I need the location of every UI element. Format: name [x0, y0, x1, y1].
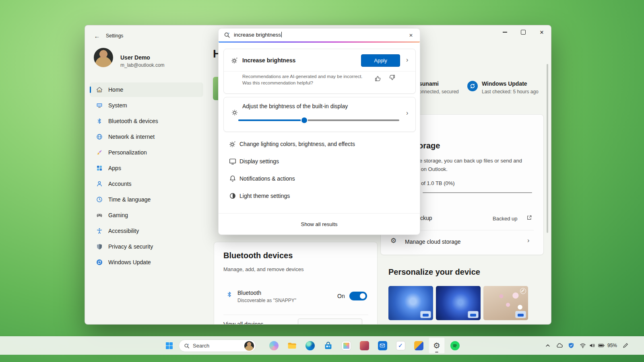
network-volume-battery-group[interactable]: 95% — [580, 342, 617, 349]
cloud-storage-heading: orage — [418, 141, 440, 150]
settings-gear-icon: ⚙ — [432, 341, 442, 350]
show-all-results-button[interactable]: Show all results — [219, 213, 420, 234]
search-result-display-settings[interactable]: Display settings — [219, 153, 420, 170]
sidebar-item-personalization[interactable]: Personalization — [90, 145, 203, 160]
pinned-app-button[interactable] — [411, 337, 427, 354]
close-button[interactable]: ✕ — [533, 25, 551, 39]
sidebar-item-system[interactable]: System — [90, 98, 203, 113]
sidebar-item-network-internet[interactable]: Network & internet — [90, 130, 203, 144]
window-title: Settings — [106, 33, 123, 39]
photos-app-button[interactable] — [338, 337, 354, 354]
onedrive-cloud-icon[interactable] — [556, 342, 563, 349]
personalize-heading: Personalize your device — [388, 267, 480, 277]
user-name: User Demo — [120, 54, 150, 61]
store-icon — [324, 341, 333, 350]
desktop: ← Settings ✕ User Demo m_lab@outlook.com… — [0, 0, 644, 362]
home-icon — [96, 86, 103, 93]
sidebar-item-time-language[interactable]: Time & language — [90, 192, 203, 207]
theme-thumbnail-1[interactable] — [388, 286, 433, 320]
sidebar-item-accessibility[interactable]: Accessibility — [90, 224, 203, 238]
spotify-app-button[interactable] — [447, 337, 463, 354]
bluetooth-toggle[interactable] — [349, 292, 367, 300]
taskbar-search-avatar — [244, 341, 254, 351]
windows-update-title: Windows Update — [482, 80, 527, 87]
pinned-apps: ✓ ⚙ — [266, 337, 463, 354]
sidebar-item-privacy-security[interactable]: Privacy & security — [90, 239, 203, 254]
bluetooth-row-label: Bluetooth — [237, 290, 261, 296]
sidebar-item-apps[interactable]: Apps — [90, 161, 203, 175]
todo-app-button[interactable]: ✓ — [392, 337, 409, 354]
theme-preview-taskbar — [516, 311, 526, 318]
close-search-button[interactable]: ✕ — [405, 31, 417, 40]
sidebar-item-accounts[interactable]: Accounts — [90, 177, 203, 191]
outlook-icon — [378, 341, 387, 350]
search-input[interactable]: increase brightness — [234, 32, 282, 38]
theme-thumbnail-2[interactable] — [436, 286, 481, 320]
pinned-app-icon — [414, 341, 423, 350]
copilot-app-button[interactable] — [266, 337, 282, 354]
external-link-icon[interactable] — [526, 215, 532, 220]
view-all-devices-link[interactable]: View all devices — [223, 321, 263, 325]
scrollbar[interactable] — [547, 64, 548, 233]
chevron-right-icon[interactable]: › — [527, 237, 529, 244]
search-result-light-theme[interactable]: Light theme settings — [219, 187, 420, 205]
settings-app-button[interactable]: ⚙ — [429, 337, 445, 354]
theme-thumbnail-3[interactable] — [483, 286, 528, 320]
pen-icon[interactable] — [622, 342, 629, 349]
backup-label: ckup — [420, 215, 432, 221]
apply-button[interactable]: Apply — [361, 54, 400, 67]
search-result-lighting[interactable]: Change lighting colors, brightness, and … — [219, 136, 420, 153]
paint-app-button[interactable] — [356, 337, 372, 354]
search-result-notifications[interactable]: Notifications & actions — [219, 170, 420, 187]
chevron-right-icon[interactable]: › — [406, 56, 408, 64]
edge-icon — [305, 341, 315, 350]
file-explorer-app-button[interactable] — [284, 337, 300, 354]
chevron-right-icon[interactable]: › — [406, 109, 408, 117]
security-shield-icon[interactable] — [568, 342, 574, 349]
storage-progress-bar — [423, 192, 532, 193]
sidebar-item-home[interactable]: Home — [90, 82, 203, 97]
back-button[interactable]: ← — [91, 31, 103, 41]
network-status: onnected, secured — [419, 89, 459, 95]
thumbs-down-button[interactable] — [389, 75, 396, 82]
theme-preview-taskbar — [468, 311, 478, 318]
recommendation-title: Increase brightness — [242, 57, 295, 64]
tray-chevron-up-icon[interactable] — [545, 342, 551, 349]
manage-cloud-storage-link[interactable]: Manage cloud storage — [405, 239, 461, 245]
avatar[interactable] — [94, 48, 113, 67]
close-icon: ✕ — [409, 33, 413, 38]
brightness-slider-thumb[interactable] — [301, 117, 307, 123]
gaming-icon — [96, 212, 103, 218]
minimize-button[interactable] — [495, 25, 514, 39]
backed-up-link[interactable]: Backed up — [493, 216, 517, 222]
todo-check-icon: ✓ — [396, 341, 405, 350]
sidebar-item-bluetooth-devices[interactable]: Bluetooth & devices — [90, 114, 203, 128]
display-icon — [229, 158, 236, 165]
search-flyout: increase brightness ✕ Increase brightnes… — [218, 28, 420, 235]
store-app-button[interactable] — [320, 337, 336, 354]
file-explorer-icon — [287, 341, 297, 350]
ai-gradient-underline — [219, 41, 420, 43]
sidebar-item-windows-update[interactable]: Windows Update — [90, 255, 203, 269]
bluetooth-card-subtitle: Manage, add, and remove devices — [223, 266, 303, 272]
theme-thumbnails — [388, 286, 528, 320]
thumbs-up-button[interactable] — [374, 75, 382, 82]
card-divider — [224, 71, 415, 72]
card-divider — [223, 315, 368, 315]
bluetooth-devices-card: Bluetooth devices Manage, add, and remov… — [214, 242, 378, 325]
edge-app-button[interactable] — [302, 337, 318, 354]
outlook-app-button[interactable] — [374, 337, 390, 354]
maximize-button[interactable] — [514, 25, 533, 39]
battery-icon — [598, 342, 605, 349]
sidebar-item-gaming[interactable]: Gaming — [90, 208, 203, 222]
text-cursor — [281, 32, 282, 37]
battery-percentage: 95% — [607, 343, 617, 348]
add-device-button[interactable]: Add device — [298, 319, 362, 325]
taskbar-search-box[interactable]: Search — [179, 339, 256, 352]
start-button[interactable] — [162, 338, 177, 353]
bluetooth-icon — [96, 118, 103, 124]
search-box[interactable]: increase brightness ✕ — [219, 29, 420, 41]
brightness-slider[interactable] — [238, 117, 399, 124]
search-icon — [184, 343, 190, 349]
theme-preview-taskbar — [421, 311, 431, 318]
